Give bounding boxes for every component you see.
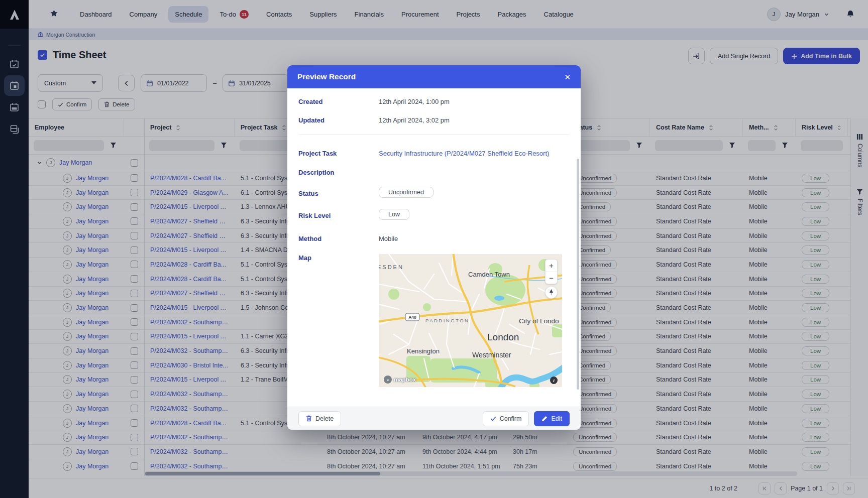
status-label: Status (298, 190, 318, 197)
project-task-label: Project Task (298, 150, 337, 157)
status-badge: Unconfirmed (379, 187, 433, 198)
map-zoom-out-button[interactable]: − (546, 272, 557, 284)
map-zoom-in-button[interactable]: + (546, 260, 557, 272)
preview-record-modal: Preview Record ✕ Created 12th April 2024… (287, 65, 581, 430)
modal-footer: Delete Confirm Edit (287, 407, 581, 430)
modal-header: Preview Record ✕ (287, 65, 581, 88)
location-map[interactable]: A40 ESDEN Camden Town PADDINGTON City of… (379, 254, 562, 387)
modal-delete-label: Delete (315, 415, 334, 422)
pencil-icon (541, 416, 548, 422)
map-attribution-info-button[interactable]: i (550, 377, 558, 384)
modal-confirm-button[interactable]: Confirm (483, 411, 529, 426)
modal-title: Preview Record (297, 72, 356, 81)
risk-level-label: Risk Level (298, 212, 331, 219)
map-label-kensington: Kensington (407, 347, 440, 355)
updated-value: 12th April 2024, 3:02 pm (379, 116, 450, 124)
modal-close-icon[interactable]: ✕ (564, 73, 571, 81)
modal-divider (298, 135, 570, 135)
modal-confirm-label: Confirm (500, 415, 522, 422)
modal-edit-button[interactable]: Edit (534, 411, 570, 426)
map-zoom-controls: + − (545, 259, 558, 284)
created-value: 12th April 2024, 1:00 pm (379, 98, 450, 105)
mapbox-logo[interactable]: ◒ mapbox (384, 376, 416, 384)
map-label: Map (298, 254, 311, 262)
modal-edit-label: Edit (551, 415, 562, 422)
mapbox-wordmark: mapbox (394, 377, 416, 383)
created-label: Created (298, 98, 322, 105)
map-label-camden: Camden Town (468, 271, 510, 278)
modal-delete-button[interactable]: Delete (298, 411, 341, 426)
map-label-paddington: PADDINGTON (425, 318, 469, 323)
risk-level-badge: Low (379, 209, 409, 220)
trash-icon (306, 415, 312, 422)
check-icon (490, 416, 496, 422)
method-label: Method (298, 235, 321, 242)
method-value: Mobile (379, 235, 398, 242)
map-label-westminster: Westminster (472, 351, 511, 359)
map-compass-button[interactable] (545, 286, 558, 299)
map-label-city: City of Londo (519, 317, 559, 325)
modal-body: Created 12th April 2024, 1:00 pm Updated… (287, 88, 581, 407)
map-label-district: ESDEN (379, 264, 404, 270)
updated-label: Updated (298, 116, 324, 124)
map-label-london: London (487, 332, 519, 342)
project-task-link[interactable]: Security Infrastructure (P/2024/M027 She… (379, 150, 549, 157)
modal-scrollbar-thumb[interactable] (577, 159, 579, 390)
description-label: Description (298, 169, 335, 176)
mapbox-icon: ◒ (384, 376, 392, 384)
svg-text:A40: A40 (408, 315, 416, 320)
road-shield-a40: A40 (405, 313, 419, 321)
